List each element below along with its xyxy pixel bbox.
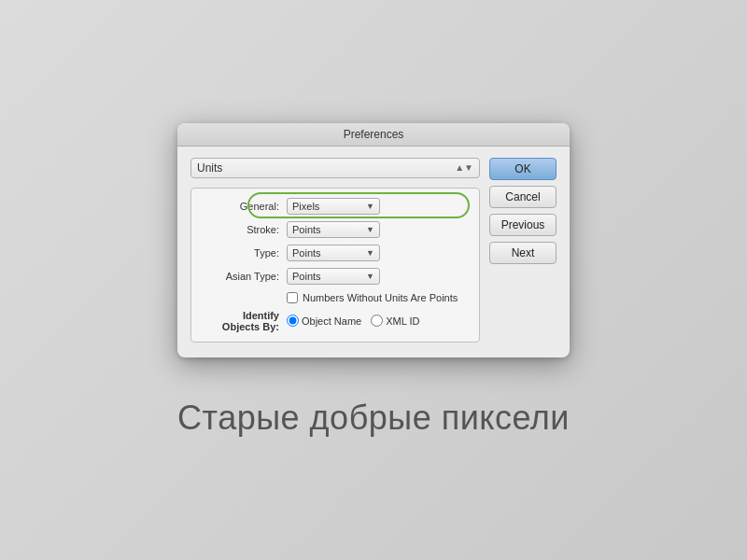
select-asian-type[interactable]: Points ▼: [287, 268, 380, 285]
radio-xml-id-input[interactable]: [371, 315, 383, 327]
label-general: General:: [203, 201, 279, 212]
form-row-asian-type: Asian Type: Points ▼: [203, 268, 468, 285]
radio-object-name-input[interactable]: [287, 315, 299, 327]
form-row-stroke: Stroke: Points ▼: [203, 221, 468, 238]
radio-option-object-name[interactable]: Object Name: [287, 315, 361, 327]
radio-row: Identify Objects By: Object Name XML ID: [203, 310, 468, 332]
numbers-without-units-checkbox[interactable]: [287, 292, 298, 303]
select-general-arrow-icon: ▼: [366, 202, 374, 211]
checkbox-label: Numbers Without Units Are Points: [303, 292, 458, 303]
form-row-type: Type: Points ▼: [203, 245, 468, 261]
select-asian-type-arrow-icon: ▼: [366, 272, 374, 281]
preferences-dialog: Preferences Units ▲▼ General:: [177, 123, 570, 357]
form-area: General: Pixels ▼ Stroke: Points ▼: [190, 188, 480, 343]
radio-xml-id-label: XML ID: [386, 315, 419, 327]
ok-button[interactable]: OK: [489, 158, 557, 180]
radio-option-xml-id[interactable]: XML ID: [371, 315, 419, 327]
select-stroke-arrow-icon: ▼: [366, 225, 374, 234]
next-button[interactable]: Next: [489, 242, 557, 264]
select-stroke-value: Points: [292, 224, 321, 235]
select-asian-type-value: Points: [292, 271, 321, 282]
category-arrow-icon: ▲▼: [455, 162, 473, 173]
previous-button[interactable]: Previous: [489, 214, 557, 236]
category-select[interactable]: Units ▲▼: [190, 158, 480, 178]
radio-object-name-label: Object Name: [302, 315, 361, 327]
select-type-value: Points: [292, 247, 321, 259]
dialog-titlebar: Preferences: [177, 123, 570, 147]
label-stroke: Stroke:: [203, 224, 279, 235]
dialog-buttons: OK Cancel Previous Next: [489, 158, 557, 343]
select-stroke[interactable]: Points ▼: [287, 221, 380, 238]
dialog-title: Preferences: [344, 128, 404, 141]
select-general-value: Pixels: [292, 201, 319, 212]
form-row-general: General: Pixels ▼: [203, 198, 468, 215]
cancel-button[interactable]: Cancel: [489, 186, 557, 208]
dialog-wrapper: Preferences Units ▲▼ General:: [177, 123, 570, 357]
radio-row-label: Identify Objects By:: [203, 310, 279, 332]
dialog-left: Units ▲▼ General: Pixels ▼: [190, 158, 480, 343]
select-general[interactable]: Pixels ▼: [287, 198, 380, 215]
checkbox-row: Numbers Without Units Are Points: [287, 292, 468, 303]
dialog-body: Units ▲▼ General: Pixels ▼: [177, 147, 570, 357]
category-label: Units: [197, 161, 222, 175]
slide-title: Старые добрые пиксели: [177, 399, 570, 438]
label-type: Type:: [203, 247, 279, 259]
select-type-arrow-icon: ▼: [366, 248, 374, 258]
label-asian-type: Asian Type:: [203, 271, 279, 282]
select-type[interactable]: Points ▼: [287, 245, 380, 261]
